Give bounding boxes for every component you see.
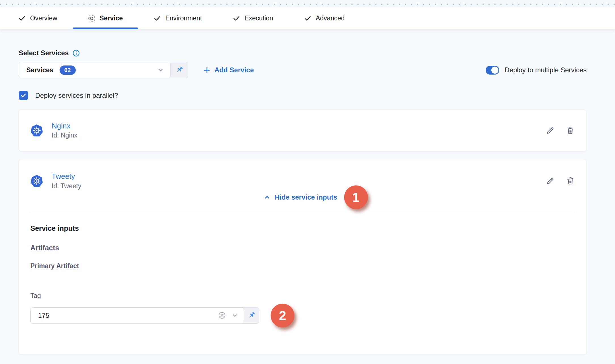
services-dropdown-value: Services bbox=[26, 66, 53, 74]
chevron-down-icon bbox=[157, 66, 165, 74]
check-icon bbox=[304, 14, 311, 22]
tab-label: Advanced bbox=[316, 14, 345, 22]
service-card-tweety: Tweety Id: Tweety Hide service inputs 1 bbox=[19, 159, 587, 355]
services-dropdown[interactable]: Services 02 bbox=[19, 62, 170, 78]
primary-artifact-heading: Primary Artifact bbox=[30, 262, 575, 270]
services-dropdown-group: Services 02 bbox=[19, 62, 188, 78]
tab-label: Service bbox=[100, 14, 123, 22]
check-icon bbox=[153, 14, 161, 22]
tag-input-group bbox=[30, 307, 259, 324]
services-pin-button[interactable] bbox=[170, 62, 188, 78]
tag-pin-button[interactable] bbox=[244, 308, 259, 323]
delete-service-button[interactable] bbox=[566, 176, 575, 186]
tab-overview[interactable]: Overview bbox=[3, 7, 73, 29]
tag-input-box bbox=[31, 308, 244, 323]
tag-input[interactable] bbox=[38, 312, 218, 319]
kubernetes-icon bbox=[30, 124, 43, 137]
hide-service-inputs-link[interactable]: Hide service inputs bbox=[264, 193, 337, 201]
edit-service-button[interactable] bbox=[546, 176, 555, 186]
services-count-badge: 02 bbox=[60, 65, 76, 75]
chevron-up-icon bbox=[264, 194, 271, 201]
service-card-nginx: Nginx Id: Nginx bbox=[19, 110, 587, 151]
kubernetes-icon bbox=[30, 175, 43, 187]
deploy-parallel-checkbox[interactable] bbox=[19, 91, 28, 100]
plus-icon bbox=[203, 66, 211, 74]
service-id: Id: Nginx bbox=[52, 132, 77, 139]
check-icon bbox=[233, 14, 240, 22]
trash-icon bbox=[566, 176, 575, 186]
deploy-multiple-toggle[interactable] bbox=[486, 66, 499, 75]
service-inputs-heading: Service inputs bbox=[30, 224, 575, 232]
pin-icon bbox=[247, 311, 256, 319]
info-icon[interactable] bbox=[72, 49, 80, 57]
check-icon bbox=[20, 92, 27, 99]
pencil-icon bbox=[546, 126, 555, 135]
deploy-parallel-label: Deploy services in parallel? bbox=[35, 92, 118, 100]
tab-environment[interactable]: Environment bbox=[138, 7, 217, 29]
artifacts-heading: Artifacts bbox=[30, 244, 575, 252]
gear-icon bbox=[88, 15, 95, 22]
add-service-label: Add Service bbox=[214, 66, 254, 74]
add-service-button[interactable]: Add Service bbox=[203, 66, 254, 74]
deploy-multiple-toggle-label: Deploy to multiple Services bbox=[505, 66, 587, 74]
annotation-badge-2: 2 bbox=[271, 304, 294, 327]
service-name-link[interactable]: Tweety bbox=[52, 172, 81, 181]
edit-service-button[interactable] bbox=[546, 126, 555, 135]
select-services-label: Select Services bbox=[19, 49, 69, 57]
tab-label: Environment bbox=[165, 14, 202, 22]
annotation-badge-1: 1 bbox=[344, 185, 368, 209]
tag-field-label: Tag bbox=[30, 292, 575, 300]
service-tab-content: Select Services Services 02 Add Service … bbox=[0, 49, 615, 355]
delete-service-button[interactable] bbox=[566, 126, 575, 135]
pencil-icon bbox=[546, 176, 555, 186]
hide-service-inputs-label: Hide service inputs bbox=[275, 193, 337, 201]
tab-label: Overview bbox=[30, 14, 57, 22]
service-name-link[interactable]: Nginx bbox=[52, 122, 77, 130]
trash-icon bbox=[566, 126, 575, 135]
pin-icon bbox=[175, 66, 184, 74]
toggle-knob bbox=[491, 67, 498, 74]
top-dotted-strip bbox=[0, 0, 615, 7]
tab-execution[interactable]: Execution bbox=[217, 7, 288, 29]
clear-icon[interactable] bbox=[218, 311, 226, 319]
tab-service[interactable]: Service bbox=[73, 7, 138, 29]
check-icon bbox=[18, 14, 26, 22]
pipeline-stage-tabbar: Overview Service Environment Execution A… bbox=[0, 7, 615, 29]
chevron-down-icon[interactable] bbox=[231, 312, 239, 319]
card-divider bbox=[30, 211, 575, 211]
dotted-border bbox=[0, 4, 615, 5]
tab-label: Execution bbox=[245, 14, 273, 22]
tab-advanced[interactable]: Advanced bbox=[288, 7, 360, 29]
